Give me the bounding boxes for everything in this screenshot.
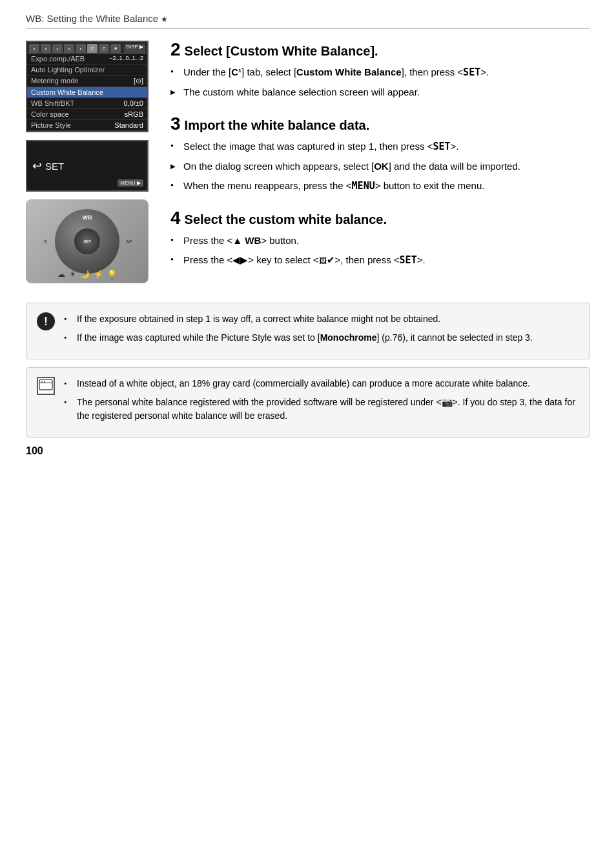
camera-dial-image: WB SET ⊙ AF ☁ ☀ 🌙 ⚡ 💡 bbox=[26, 199, 149, 283]
star-icon: ★ bbox=[161, 15, 168, 24]
info-svg-icon bbox=[39, 379, 53, 393]
info-note-section: Instead of a white object, an 18% gray c… bbox=[26, 367, 590, 438]
page-header: WB: Setting the White Balance ★ bbox=[26, 13, 590, 29]
menu-button-indicator: MENU ▶ bbox=[118, 179, 143, 187]
menu-row-picture-style: Picture Style Standard bbox=[27, 120, 147, 131]
step-2-bullet-2: The custom white balance selection scree… bbox=[170, 85, 590, 100]
wb-icon-shade: 🌙 bbox=[80, 270, 90, 279]
info-content: Instead of a white object, an 18% gray c… bbox=[64, 377, 579, 428]
info-item-2: The personal white balance registered wi… bbox=[64, 396, 579, 423]
step-2-title: Select [Custom White Balance]. bbox=[185, 44, 378, 59]
step-3-block: 3 Import the white balance data. Select … bbox=[170, 115, 590, 194]
menu-row-expo: Expo.comp./AEB −2..1..0..1..:2 bbox=[27, 54, 147, 65]
wb-dial-label: WB bbox=[83, 214, 92, 221]
step-3-bullet-3: When the menu reappears, press the <MENU… bbox=[170, 179, 590, 194]
step-4-bullets: Press the <▲ WB> button. Press the <◀▶> … bbox=[170, 234, 590, 268]
tab-1: ▪ bbox=[29, 44, 39, 53]
step-4-bullet-2: Press the <◀▶> key to select <🖼✔>, then … bbox=[170, 253, 590, 268]
step-3-header: 3 Import the white balance data. bbox=[170, 115, 590, 133]
wb-icon-auto: ☁ bbox=[57, 270, 65, 279]
wb-import-screen: ↩ SET MENU ▶ bbox=[26, 140, 149, 192]
page-number: 100 bbox=[26, 445, 590, 457]
step-3-bullets: Select the image that was captured in st… bbox=[170, 139, 590, 194]
caution-note-section: ! If the exposure obtained in step 1 is … bbox=[26, 303, 590, 359]
caution-item-2: If the image was captured while the Pict… bbox=[64, 331, 579, 345]
page-title: WB: Setting the White Balance ★ bbox=[26, 13, 168, 24]
menu-row-color-space: Color space sRGB bbox=[27, 109, 147, 120]
wb-icon-sun: ☀ bbox=[69, 270, 76, 279]
wb-set-icon: ↩ SET bbox=[32, 159, 64, 173]
wb-icon-custom: 💡 bbox=[107, 270, 117, 279]
step-2-bullet-1: Under the [C¹] tab, select [Custom White… bbox=[170, 65, 590, 80]
info-item-1: Instead of a white object, an 18% gray c… bbox=[64, 377, 579, 390]
step-2-bullets: Under the [C¹] tab, select [Custom White… bbox=[170, 65, 590, 99]
step-3-title: Import the white balance data. bbox=[185, 118, 370, 133]
info-icon bbox=[37, 377, 55, 395]
caution-content: If the exposure obtained in step 1 is wa… bbox=[64, 312, 579, 350]
step-2-number: 2 bbox=[170, 41, 181, 59]
title-text: WB: Setting the White Balance bbox=[26, 13, 158, 24]
step-3-bullet-1: Select the image that was captured in st… bbox=[170, 139, 590, 154]
disp-label: DISP ▶ bbox=[124, 44, 145, 53]
dial-label-left: ⊙ bbox=[43, 239, 48, 245]
step-3-number: 3 bbox=[170, 115, 181, 133]
left-column: ▪ ▪ ▪ ▪ ▪ C C ★ DISP ▶ Expo.comp./AEB −2… bbox=[26, 41, 155, 283]
tab-3: ▪ bbox=[52, 44, 63, 53]
step-3-bullet-2: On the dialog screen which appears, sele… bbox=[170, 159, 590, 174]
camera-tabs: ▪ ▪ ▪ ▪ ▪ C C ★ DISP ▶ bbox=[27, 42, 147, 54]
top-section: ▪ ▪ ▪ ▪ ▪ C C ★ DISP ▶ Expo.comp./AEB −2… bbox=[26, 41, 590, 283]
dial-center: SET bbox=[74, 228, 100, 254]
tab-4: ▪ bbox=[64, 44, 74, 53]
menu-row-optimizer: Auto Lighting Optimizer bbox=[27, 65, 147, 76]
caution-item-1: If the exposure obtained in step 1 is wa… bbox=[64, 312, 579, 326]
info-list: Instead of a white object, an 18% gray c… bbox=[64, 377, 579, 423]
caution-icon: ! bbox=[37, 312, 55, 330]
tab-2: ▪ bbox=[41, 44, 51, 53]
tab-8: ★ bbox=[110, 44, 121, 53]
menu-row-custom-wb: Custom White Balance bbox=[27, 87, 147, 98]
caution-list: If the exposure obtained in step 1 is wa… bbox=[64, 312, 579, 345]
step-4-block: 4 Select the custom white balance. Press… bbox=[170, 209, 590, 268]
tab-7: C bbox=[99, 44, 109, 53]
dial-wheel: WB SET ⊙ AF bbox=[55, 209, 119, 274]
camera-menu-screenshot: ▪ ▪ ▪ ▪ ▪ C C ★ DISP ▶ Expo.comp./AEB −2… bbox=[26, 41, 149, 132]
step-2-block: 2 Select [Custom White Balance]. Under t… bbox=[170, 41, 590, 99]
step-4-title: Select the custom white balance. bbox=[185, 212, 387, 227]
right-column: 2 Select [Custom White Balance]. Under t… bbox=[170, 41, 590, 283]
tab-5: ▪ bbox=[76, 44, 86, 53]
menu-row-metering: Metering mode [⊙] bbox=[27, 76, 147, 87]
wb-mode-icons: ☁ ☀ 🌙 ⚡ 💡 bbox=[26, 270, 148, 279]
step-4-bullet-1: Press the <▲ WB> button. bbox=[170, 234, 590, 248]
svg-rect-0 bbox=[39, 379, 52, 390]
tab-6: C bbox=[87, 44, 98, 53]
menu-row-wb-shift: WB Shift/BKT 0,0/±0 bbox=[27, 98, 147, 109]
step-4-header: 4 Select the custom white balance. bbox=[170, 209, 590, 227]
step-2-header: 2 Select [Custom White Balance]. bbox=[170, 41, 590, 59]
step-4-number: 4 bbox=[170, 209, 181, 227]
dial-label-right: AF bbox=[126, 239, 132, 245]
wb-icon-flash: ⚡ bbox=[94, 270, 103, 279]
